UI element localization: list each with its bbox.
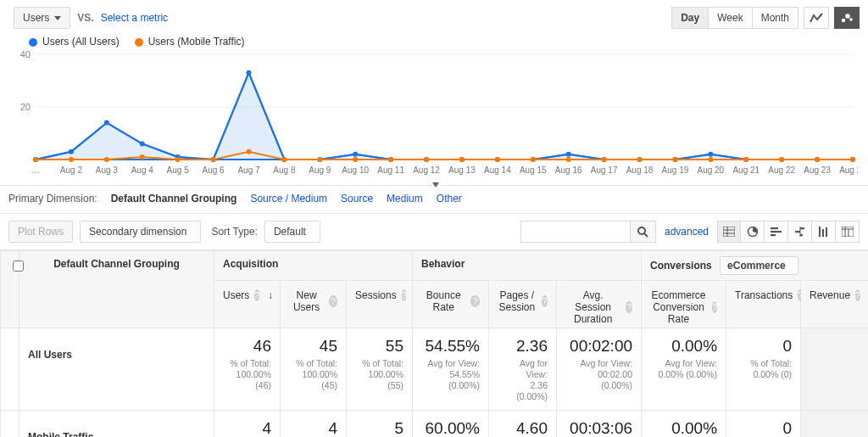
svg-line-82 <box>644 233 648 237</box>
svg-point-78 <box>779 157 784 162</box>
time-week[interactable]: Week <box>709 7 752 29</box>
dim-medium[interactable]: Medium <box>387 193 423 204</box>
col-rev[interactable]: Revenue? <box>801 281 868 328</box>
row-label[interactable]: Mobile Traffic <box>19 410 214 437</box>
view-pivot-icon[interactable] <box>836 221 860 243</box>
cell: 0% of Total:0.00% (0) <box>726 410 801 437</box>
svg-rect-90 <box>771 234 776 236</box>
view-bar-icon[interactable] <box>765 221 788 243</box>
chart-hover-caret-icon <box>432 182 439 189</box>
svg-text:Aug 2: Aug 2 <box>60 165 83 175</box>
time-granularity: Day Week Month <box>671 7 798 29</box>
svg-point-66 <box>353 157 358 162</box>
table-controls: Plot Rows Secondary dimension Sort Type:… <box>0 214 868 250</box>
row-label[interactable]: All Users <box>19 328 214 411</box>
help-icon[interactable]: ? <box>402 289 407 301</box>
svg-point-68 <box>424 157 429 162</box>
svg-point-75 <box>672 157 677 162</box>
help-icon[interactable]: ? <box>542 295 548 307</box>
cell: 4.60Avg for View:2.36 (94.62%) <box>489 410 557 437</box>
svg-rect-89 <box>771 231 782 233</box>
svg-point-2 <box>849 18 853 21</box>
svg-point-62 <box>211 157 216 162</box>
legend-mobile: Users (Mobile Traffic) <box>135 36 245 48</box>
svg-text:Aug 6: Aug 6 <box>202 165 225 175</box>
help-icon[interactable]: ? <box>626 301 632 313</box>
sort-type-select[interactable]: Default <box>264 221 320 243</box>
svg-point-48 <box>566 152 571 157</box>
time-day[interactable]: Day <box>671 7 709 29</box>
conversions-select[interactable]: eCommerce <box>720 256 798 275</box>
col-new_users[interactable]: New Users? <box>281 281 347 328</box>
cell: 2.36Avg for View:2.36 (0.00%) <box>489 328 557 411</box>
view-comparison-icon[interactable] <box>788 221 812 243</box>
dim-default-channel[interactable]: Default Channel Grouping <box>111 193 237 204</box>
help-icon[interactable]: ? <box>329 295 337 307</box>
caret-down-icon <box>54 16 61 20</box>
svg-text:Aug 9: Aug 9 <box>309 165 331 175</box>
chart-canvas[interactable]: 2040…Aug 2Aug 3Aug 4Aug 5Aug 6Aug 7Aug 8… <box>14 51 858 178</box>
svg-point-65 <box>317 157 322 162</box>
svg-text:Aug 5: Aug 5 <box>167 165 190 175</box>
svg-point-52 <box>708 152 713 157</box>
search-button[interactable] <box>631 221 656 243</box>
vs-label: VS. <box>77 12 93 24</box>
help-icon[interactable]: ? <box>855 289 860 301</box>
cell: 4% of Total:8.89% (45) <box>281 410 347 437</box>
col-pps[interactable]: Pages / Session? <box>489 281 557 328</box>
view-table-icon[interactable] <box>717 221 741 243</box>
cell: 55% of Total:100.00% (55) <box>347 328 413 411</box>
select-all-checkbox[interactable] <box>13 261 24 272</box>
svg-point-59 <box>104 157 109 162</box>
row-header[interactable]: Default Channel Grouping <box>19 251 214 328</box>
metric-selector[interactable]: Users <box>14 7 70 29</box>
sort-type-label: Sort Type: <box>211 226 257 238</box>
svg-text:Aug 17: Aug 17 <box>591 165 618 175</box>
dim-other[interactable]: Other <box>437 193 462 204</box>
col-txn[interactable]: Transactions? <box>726 281 801 328</box>
dim-source[interactable]: Source <box>341 193 373 204</box>
view-pie-icon[interactable] <box>741 221 765 243</box>
col-ecr[interactable]: Ecommerce Conversion Rate? <box>642 281 726 328</box>
col-sessions[interactable]: Sessions? <box>347 281 413 328</box>
svg-text:Aug 20: Aug 20 <box>697 165 724 175</box>
svg-point-80 <box>850 157 855 162</box>
svg-rect-98 <box>842 227 854 237</box>
cell: 60.00%Avg for View:54.55% (10.00%) <box>413 410 489 437</box>
help-icon[interactable]: ? <box>712 301 717 313</box>
line-mode-icon[interactable] <box>804 7 829 29</box>
svg-point-69 <box>459 157 465 162</box>
secondary-dimension-button[interactable]: Secondary dimension <box>80 221 201 243</box>
plot-rows-button: Plot Rows <box>8 221 73 243</box>
svg-point-71 <box>531 157 536 162</box>
svg-text:Aug 8: Aug 8 <box>273 165 296 175</box>
svg-point-61 <box>175 157 181 162</box>
svg-text:Aug 13: Aug 13 <box>448 165 476 175</box>
select-metric-link[interactable]: Select a metric <box>101 12 168 24</box>
time-month[interactable]: Month <box>753 7 798 29</box>
svg-point-70 <box>495 157 500 162</box>
view-term-cloud-icon[interactable] <box>812 221 836 243</box>
search-input[interactable] <box>520 221 631 243</box>
col-bounce[interactable]: Bounce Rate? <box>413 281 489 328</box>
group-behavior: Behavior <box>413 251 642 281</box>
svg-point-67 <box>388 157 393 162</box>
svg-point-34 <box>69 149 74 154</box>
advanced-link[interactable]: advanced <box>665 226 709 238</box>
col-asd[interactable]: Avg. Session Duration? <box>557 281 642 328</box>
dim-source-medium[interactable]: Source / Medium <box>250 193 327 204</box>
svg-rect-93 <box>795 231 800 233</box>
svg-point-81 <box>638 227 645 234</box>
help-icon[interactable]: ? <box>254 289 259 301</box>
svg-text:Aug 16: Aug 16 <box>555 165 582 175</box>
svg-text:Aug 18: Aug 18 <box>626 165 654 175</box>
cell: 46% of Total:100.00% (46) <box>214 328 281 411</box>
svg-point-1 <box>845 14 850 19</box>
svg-point-64 <box>281 157 287 162</box>
help-icon[interactable]: ? <box>470 295 480 307</box>
svg-text:40: 40 <box>20 51 31 59</box>
col-users[interactable]: Users?↓ <box>214 281 281 328</box>
motion-chart-icon[interactable] <box>834 7 860 29</box>
svg-text:Aug 21: Aug 21 <box>732 165 760 175</box>
svg-point-63 <box>246 149 251 154</box>
